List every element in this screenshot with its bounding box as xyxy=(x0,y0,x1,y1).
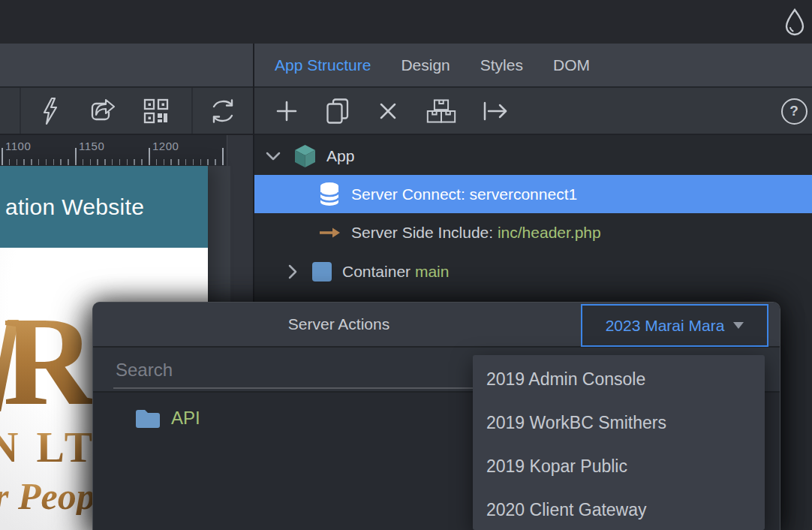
actions-lightning-button[interactable] xyxy=(35,95,65,127)
delete-component-button[interactable] xyxy=(373,95,403,127)
tree-item-server-connect[interactable]: Server Connect: serverconnect1 xyxy=(254,175,812,213)
help-button[interactable]: ? xyxy=(779,95,809,127)
tree-item-label: Server Side Include: inc/header.php xyxy=(351,224,601,242)
folder-icon xyxy=(134,408,161,429)
toolbar-separator xyxy=(191,88,193,134)
database-icon xyxy=(318,182,341,206)
tab-app-structure[interactable]: App Structure xyxy=(275,56,371,74)
toolbar: ? xyxy=(0,88,812,135)
search-input[interactable] xyxy=(114,355,440,385)
tree-item-label: Container main xyxy=(342,263,449,281)
refresh-button[interactable] xyxy=(208,95,238,127)
tree-item-api-folder[interactable]: API xyxy=(134,403,200,433)
search-underline xyxy=(113,387,474,389)
panel-tabs: App Structure Design Styles DOM xyxy=(0,44,812,88)
move-out-button[interactable] xyxy=(480,95,510,127)
dialog-header: Server Actions 2023 Marai Mara xyxy=(93,303,780,348)
dropdown-option[interactable]: 2020 Client Gateway xyxy=(473,488,765,530)
project-selector[interactable]: 2023 Marai Mara xyxy=(581,304,768,347)
tab-design[interactable]: Design xyxy=(401,56,450,74)
container-icon xyxy=(312,262,332,282)
titlebar xyxy=(0,0,812,44)
tab-styles[interactable]: Styles xyxy=(480,56,523,74)
project-dropdown-menu: 2019 Admin Console 2019 WorkBC Smithers … xyxy=(473,355,765,530)
toolbar-separator xyxy=(20,88,21,134)
tree-item-container-main[interactable]: Container main xyxy=(254,252,812,291)
add-component-button[interactable] xyxy=(272,95,302,127)
chevron-right-icon[interactable] xyxy=(284,263,302,281)
qr-code-button[interactable] xyxy=(141,95,171,127)
chevron-down-icon[interactable] xyxy=(264,147,282,165)
app-cube-icon xyxy=(293,144,317,168)
page-hero-band: ation Website xyxy=(0,166,208,248)
include-arrow-icon xyxy=(318,227,341,239)
dropdown-option[interactable]: 2019 WorkBC Smithers xyxy=(473,401,765,444)
caret-down-icon xyxy=(733,322,744,329)
tree-item-label: Server Connect: serverconnect1 xyxy=(351,185,577,203)
tree-item-label: App xyxy=(326,147,354,165)
question-mark-icon: ? xyxy=(781,98,807,125)
share-export-button[interactable] xyxy=(88,95,118,127)
project-selector-value: 2023 Marai Mara xyxy=(606,317,725,335)
tree-item-server-side-include[interactable]: Server Side Include: inc/header.php xyxy=(254,213,812,251)
horizontal-ruler: 1100 1150 1200 xyxy=(0,135,227,166)
water-drop-icon[interactable] xyxy=(780,5,809,38)
tab-dom[interactable]: DOM xyxy=(553,56,590,74)
dropdown-option[interactable]: 2019 Kopar Public xyxy=(473,444,765,488)
ruler-ticks xyxy=(2,147,227,165)
group-components-button[interactable] xyxy=(426,95,456,127)
page-heading-text: ation Website xyxy=(5,194,144,220)
folder-label: API xyxy=(171,408,200,429)
logo-monogram: R xyxy=(3,297,95,425)
wappler-window: App Structure Design Styles DOM xyxy=(0,0,812,530)
copy-component-button[interactable] xyxy=(323,95,353,127)
dialog-title: Server Actions xyxy=(93,303,585,346)
dropdown-option[interactable]: 2019 Admin Console xyxy=(473,357,765,401)
tree-item-app[interactable]: App xyxy=(254,137,812,175)
